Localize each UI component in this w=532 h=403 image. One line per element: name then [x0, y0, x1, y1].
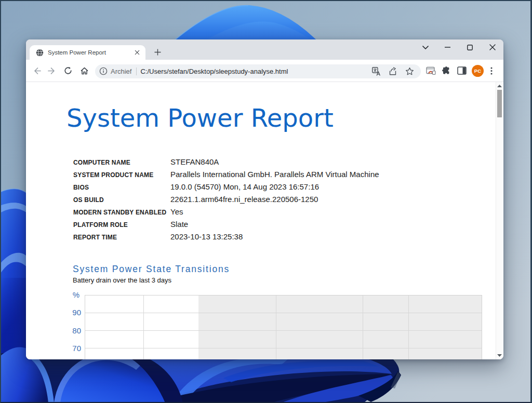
page-info-icon[interactable]: [99, 67, 108, 75]
info-value: Yes: [170, 207, 183, 216]
info-label: OS BUILD: [73, 196, 170, 204]
info-label: PLATFORM ROLE: [73, 221, 170, 229]
y-tick-80: 80: [60, 326, 81, 335]
chart-horizontal-gridline: [85, 330, 482, 331]
reload-button[interactable]: [61, 63, 75, 78]
section-subtitle: Battery drain over the last 3 days: [73, 276, 171, 284]
table-row: OS BUILD 22621.1.arm64fre.ni_release.220…: [73, 195, 379, 207]
info-label: COMPUTER NAME: [73, 159, 170, 166]
tab-search-chevron-icon[interactable]: [414, 39, 436, 55]
page-title: System Power Report: [66, 103, 334, 132]
home-button[interactable]: [77, 63, 91, 78]
page-content: System Power Report COMPUTER NAME STEFAN…: [26, 82, 503, 359]
url-scheme-label: Archief: [111, 68, 131, 75]
omnibox-separator: [136, 68, 137, 75]
info-value: 22621.1.arm64fre.ni_release.220506-1250: [170, 195, 318, 204]
chart-vertical-gridline: [143, 295, 144, 359]
close-window-button[interactable]: [481, 39, 503, 55]
chart-shaded-band: [198, 295, 482, 359]
vertical-scrollbar[interactable]: [496, 82, 502, 359]
profile-avatar[interactable]: PC: [472, 65, 484, 77]
info-value: Slate: [170, 220, 188, 229]
info-value: 19.0.0 (54570) Mon, 14 Aug 2023 16:57:16: [170, 182, 319, 191]
y-axis-unit-label: %: [59, 290, 79, 299]
url-text: C:/Users/stefan/Desktop/sleepstudy-analy…: [140, 68, 368, 75]
info-value: STEFAN840A: [170, 157, 219, 166]
forward-button[interactable]: [45, 63, 59, 78]
y-tick-70: 70: [60, 344, 81, 353]
globe-favicon-icon: [36, 49, 44, 57]
y-tick-90: 90: [60, 308, 81, 317]
scrollbar-thumb[interactable]: [497, 90, 502, 117]
address-bar[interactable]: Archief C:/Users/stefan/Desktop/sleepstu…: [95, 64, 421, 78]
side-panel-icon[interactable]: [454, 63, 470, 78]
table-row: COMPUTER NAME STEFAN840A: [73, 157, 379, 170]
translate-icon[interactable]: [368, 64, 384, 78]
chart-vertical-gridline: [276, 295, 276, 359]
scroll-up-arrow[interactable]: [496, 82, 503, 90]
media-card-icon[interactable]: [423, 63, 438, 78]
system-info-table: COMPUTER NAME STEFAN840A SYSTEM PRODUCT …: [73, 157, 379, 245]
table-row: SYSTEM PRODUCT NAME Parallels Internatio…: [73, 170, 379, 182]
new-tab-button[interactable]: [151, 45, 165, 59]
window-controls: [414, 39, 503, 55]
back-button[interactable]: [29, 63, 44, 78]
info-label: SYSTEM PRODUCT NAME: [73, 171, 170, 179]
bookmark-star-icon[interactable]: [401, 64, 418, 78]
chart-horizontal-gridline: [85, 348, 482, 348]
browser-window: System Power Report: [26, 39, 503, 359]
table-row: PLATFORM ROLE Slate: [73, 220, 379, 232]
minimize-button[interactable]: [436, 39, 459, 55]
table-row: BIOS 19.0.0 (54570) Mon, 14 Aug 2023 16:…: [73, 182, 379, 195]
browser-toolbar: Archief C:/Users/stefan/Desktop/sleepstu…: [26, 60, 503, 82]
tab-strip: System Power Report: [26, 39, 503, 60]
maximize-button[interactable]: [459, 39, 481, 55]
menu-kebab-icon[interactable]: [486, 63, 497, 78]
chart-vertical-gridline: [408, 295, 409, 359]
info-label: BIOS: [73, 184, 170, 191]
extensions-puzzle-icon[interactable]: [438, 63, 454, 78]
info-label: MODERN STANDBY ENABLED: [73, 209, 170, 216]
table-row: REPORT TIME 2023-10-13 13:25:38: [73, 232, 379, 245]
info-value: Parallels International GmbH. Parallels …: [170, 170, 379, 179]
tab-title: System Power Report: [48, 49, 132, 56]
battery-drain-chart: [85, 295, 482, 359]
chart-horizontal-gridline: [85, 313, 482, 313]
section-heading: System Power State Transitions: [73, 264, 230, 275]
tab-system-power-report[interactable]: System Power Report: [30, 45, 145, 60]
tab-close-icon[interactable]: [132, 48, 141, 57]
info-value: 2023-10-13 13:25:38: [170, 232, 243, 241]
chart-vertical-gridline: [363, 295, 363, 359]
scroll-down-arrow[interactable]: [496, 352, 503, 359]
info-label: REPORT TIME: [73, 234, 170, 241]
table-row: MODERN STANDBY ENABLED Yes: [73, 207, 379, 220]
share-icon[interactable]: [384, 64, 401, 78]
